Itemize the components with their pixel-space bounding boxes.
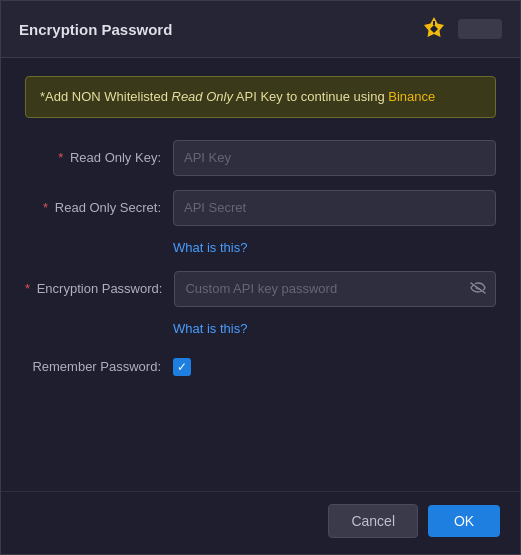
required-star-1: * xyxy=(58,150,63,165)
dialog-body: *Add NON Whitelisted Read Only API Key t… xyxy=(1,58,520,491)
remember-password-row: Remember Password: ✓ xyxy=(25,358,496,376)
encryption-password-input[interactable] xyxy=(174,271,496,307)
header-pill xyxy=(458,19,502,39)
read-only-secret-row: * Read Only Secret: xyxy=(25,190,496,226)
what-is-this-row-1: What is this? xyxy=(25,240,496,255)
read-only-key-label: * Read Only Key: xyxy=(25,150,173,165)
eye-icon[interactable] xyxy=(470,282,486,296)
dialog-footer: Cancel OK xyxy=(1,491,520,554)
read-only-key-row: * Read Only Key: xyxy=(25,140,496,176)
warning-text-prefix: *Add NON Whitelisted xyxy=(40,89,172,104)
read-only-key-input[interactable] xyxy=(173,140,496,176)
remember-password-checkbox-wrapper: ✓ xyxy=(173,358,191,376)
required-star-3: * xyxy=(25,281,30,296)
what-is-this-row-2: What is this? xyxy=(25,321,496,336)
header-right xyxy=(420,15,502,43)
warning-text-api: API Key to continue using xyxy=(233,89,388,104)
checkmark-icon: ✓ xyxy=(177,361,187,373)
warning-text-italic: Read Only xyxy=(172,89,233,104)
warning-text-brand: Binance xyxy=(388,89,435,104)
what-is-this-link-1[interactable]: What is this? xyxy=(173,240,247,255)
binance-icon xyxy=(420,15,448,43)
read-only-secret-label: * Read Only Secret: xyxy=(25,200,173,215)
encryption-password-row: * Encryption Password: xyxy=(25,271,496,307)
dialog-header: Encryption Password xyxy=(1,1,520,58)
required-star-2: * xyxy=(43,200,48,215)
what-is-this-link-2[interactable]: What is this? xyxy=(173,321,247,336)
read-only-secret-input[interactable] xyxy=(173,190,496,226)
ok-button[interactable]: OK xyxy=(428,505,500,537)
warning-banner: *Add NON Whitelisted Read Only API Key t… xyxy=(25,76,496,118)
cancel-button[interactable]: Cancel xyxy=(328,504,418,538)
remember-password-label: Remember Password: xyxy=(25,359,173,374)
encryption-password-label: * Encryption Password: xyxy=(25,281,174,296)
dialog-title: Encryption Password xyxy=(19,21,172,38)
encryption-password-wrapper xyxy=(174,271,496,307)
encryption-password-dialog: Encryption Password *Add NON Whitelisted… xyxy=(0,0,521,555)
svg-rect-0 xyxy=(433,21,435,25)
remember-password-checkbox[interactable]: ✓ xyxy=(173,358,191,376)
